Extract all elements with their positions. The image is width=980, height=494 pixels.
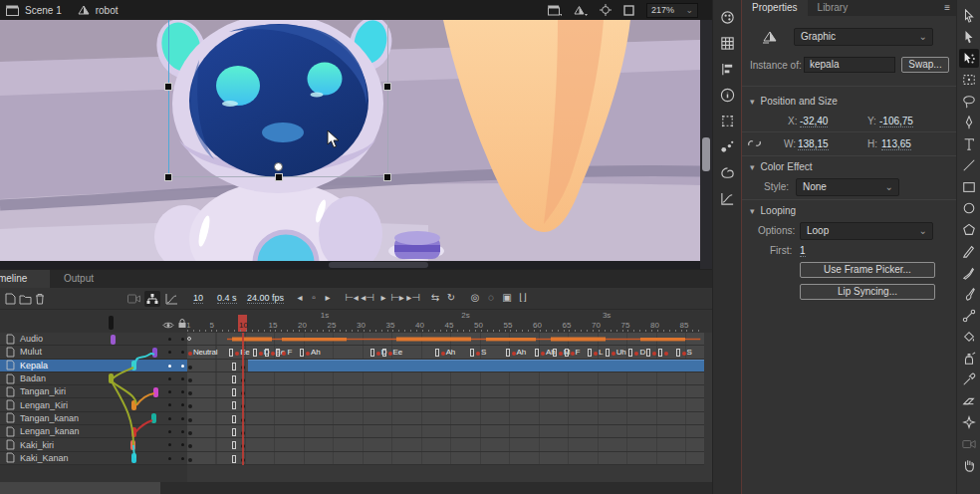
- frame-row-lengan_kanan[interactable]: [187, 425, 704, 438]
- mouth-keyframe[interactable]: [512, 352, 516, 356]
- art-brush-tool[interactable]: [959, 263, 979, 282]
- mouth-keyframe[interactable]: [188, 352, 192, 356]
- layer-row-mulut[interactable]: Mulut: [0, 346, 187, 359]
- asset-sculpt-tool[interactable]: [959, 413, 979, 432]
- polygon-tool[interactable]: [959, 220, 979, 239]
- layer-lock-dot[interactable]: [181, 365, 184, 368]
- section-looping[interactable]: Looping: [750, 205, 796, 216]
- mouth-keyframe[interactable]: [652, 352, 656, 356]
- keyframe[interactable]: [188, 444, 192, 448]
- step-forward-button[interactable]: ▸: [321, 292, 335, 303]
- ink-bottle-tool[interactable]: [959, 349, 979, 368]
- swap-button[interactable]: Swap...: [901, 57, 949, 73]
- layer-row-audio[interactable]: Audio: [0, 333, 187, 346]
- layer-row-lengan_kiri[interactable]: Lengan_Kiri: [0, 398, 187, 411]
- layer-visibility-dot[interactable]: [168, 377, 171, 380]
- lock-column-icon[interactable]: [177, 315, 187, 333]
- layer-row-kepala[interactable]: Kepala: [0, 360, 187, 372]
- mouth-keyframe[interactable]: [259, 352, 263, 356]
- layer-parent-bar[interactable]: [111, 335, 116, 345]
- loop-option-dropdown[interactable]: Loop⌄: [800, 222, 933, 240]
- mouth-keyframe[interactable]: [388, 352, 392, 356]
- prev-keyframe-button[interactable]: ◂⊣: [361, 292, 374, 303]
- layer-lock-dot[interactable]: [181, 443, 184, 446]
- layer-parent-bar[interactable]: [131, 427, 136, 437]
- loop-playback-button[interactable]: ⇆: [428, 292, 442, 303]
- layer-parent-bar[interactable]: [131, 453, 136, 463]
- layer-visibility-dot[interactable]: [168, 443, 171, 446]
- line-tool[interactable]: [959, 156, 979, 175]
- play-button[interactable]: ▸: [376, 292, 390, 303]
- mouth-keyframe[interactable]: [571, 352, 575, 356]
- layer-visibility-dot[interactable]: [168, 457, 171, 460]
- h-value[interactable]: 113,65: [881, 138, 911, 150]
- layer-lock-dot[interactable]: [181, 377, 184, 380]
- layer-row-kaki_kiri[interactable]: Kaki_kiri: [0, 438, 187, 451]
- selection-tool[interactable]: [959, 6, 979, 25]
- go-first-frame-button[interactable]: ⊢◂: [345, 292, 359, 303]
- keyframe[interactable]: [188, 366, 192, 370]
- layer-parent-bar[interactable]: [153, 387, 158, 397]
- symbol-type-dropdown[interactable]: Graphic⌄: [794, 28, 933, 46]
- asset-warp-tool[interactable]: [959, 49, 979, 68]
- mouth-keyframe[interactable]: [376, 352, 380, 356]
- frame-row-kaki_kanan[interactable]: [187, 452, 704, 465]
- clapperboard-icon[interactable]: [6, 5, 19, 16]
- onion-outline-button[interactable]: ◌: [484, 292, 498, 303]
- mouth-keyframe[interactable]: [271, 352, 275, 356]
- marker-range-button[interactable]: ⌊⌋: [516, 292, 530, 303]
- selection-handle-bottom-right[interactable]: [384, 174, 390, 180]
- info-icon[interactable]: [713, 82, 742, 108]
- link-dimensions-icon[interactable]: [748, 137, 761, 151]
- mouth-keyframe[interactable]: [541, 352, 545, 356]
- pencil-tool[interactable]: [959, 242, 979, 261]
- panel-menu-icon[interactable]: ≡: [944, 2, 950, 13]
- free-transform-tool[interactable]: [959, 71, 979, 90]
- layer-parent-bar[interactable]: [152, 348, 157, 358]
- layer-lock-dot[interactable]: [181, 390, 184, 393]
- layer-lock-dot[interactable]: [181, 338, 184, 341]
- layer-lock-dot[interactable]: [181, 417, 184, 420]
- motion-graph-icon[interactable]: [163, 291, 179, 307]
- tab-library[interactable]: Library: [808, 0, 858, 16]
- stage-horizontal-scrollbar[interactable]: [0, 261, 700, 269]
- frame-row-kaki_kiri[interactable]: [187, 438, 704, 451]
- layer-lock-dot[interactable]: [181, 351, 184, 354]
- frame-row-mulut[interactable]: NeutralEeDEeFAhDEeAhSAhAhMFLUhDS: [187, 346, 704, 359]
- w-value[interactable]: 138,15: [798, 138, 829, 150]
- frames-grid[interactable]: NeutralEeDEeFAhDEeAhSAhAhMFLUhDS: [187, 333, 712, 494]
- hand-tool[interactable]: [959, 456, 979, 475]
- mouth-keyframe[interactable]: [235, 352, 239, 356]
- layer-parent-bar[interactable]: [131, 361, 136, 370]
- y-value[interactable]: -106,75: [879, 116, 913, 127]
- clip-content-icon[interactable]: [623, 5, 634, 16]
- layer-row-tangan_kiri[interactable]: Tangan_kiri: [0, 385, 187, 398]
- keyframe[interactable]: [188, 418, 192, 422]
- x-value[interactable]: -32,40: [800, 116, 828, 127]
- elapsed-time-value[interactable]: 0.4 s: [217, 293, 237, 303]
- mouth-keyframe[interactable]: [306, 352, 310, 356]
- keyframe[interactable]: [188, 404, 192, 408]
- layer-row-lengan_kanan[interactable]: Lengan_kanan: [0, 425, 187, 438]
- bone-tool[interactable]: [959, 306, 979, 325]
- step-back-button[interactable]: ◂: [293, 292, 307, 303]
- text-tool[interactable]: [959, 134, 979, 153]
- mouth-keyframe[interactable]: [441, 352, 445, 356]
- instance-name-field[interactable]: kepala: [804, 57, 895, 73]
- mouth-keyframe[interactable]: [282, 352, 286, 356]
- paint-bucket-tool[interactable]: [959, 328, 979, 347]
- center-stage-icon[interactable]: [600, 4, 612, 16]
- selection-handle-mid-right[interactable]: [384, 84, 390, 90]
- tab-properties[interactable]: Properties: [742, 0, 808, 16]
- go-last-frame-button[interactable]: ▸⊣: [406, 292, 420, 303]
- keyframe[interactable]: [188, 458, 192, 462]
- frame-row-lengan_kiri[interactable]: [187, 398, 704, 411]
- selection-handle-mid-left[interactable]: [165, 84, 171, 90]
- current-frame-button[interactable]: ▫: [307, 292, 321, 303]
- pen-tool[interactable]: [959, 114, 979, 132]
- brush-library-icon[interactable]: [713, 133, 742, 159]
- layer-row-tangan_kanan[interactable]: Tangan_kanan: [0, 412, 187, 425]
- layer-row-badan[interactable]: Badan: [0, 372, 187, 385]
- new-layer-icon[interactable]: [2, 291, 18, 307]
- classic-brush-tool[interactable]: [959, 285, 979, 304]
